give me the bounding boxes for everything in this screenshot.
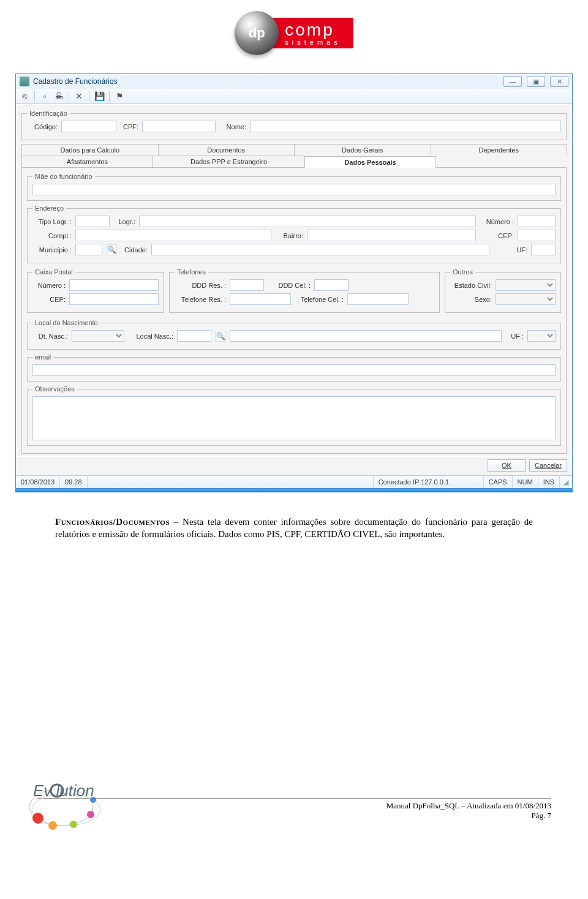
group-mae: Mãe do funcionário (27, 173, 561, 201)
input-codigo[interactable] (61, 121, 116, 132)
label-estado-civil: Estado Civil: (450, 282, 492, 289)
tab-spacer (435, 156, 567, 167)
status-connection: Conectado IP 127.0.0.1 (374, 476, 484, 488)
resize-grip-icon[interactable]: ◢ (560, 476, 572, 488)
save-icon[interactable]: 💾 (93, 90, 105, 102)
input-cpf[interactable] (142, 121, 216, 132)
group-telefones: Telefones DDD Res. : DDD Cel. : Telefone… (169, 268, 440, 313)
tabset: Dados para Cálculo Documentos Dados Gera… (21, 144, 567, 454)
legend-endereco: Endereço (32, 205, 66, 212)
select-dt-nasc[interactable] (72, 330, 124, 342)
tab-dados-gerais[interactable]: Dados Gerais (294, 144, 431, 156)
input-cep-end[interactable] (518, 230, 556, 241)
toolbar: ⎋ ▫ 🖶 ✕ 💾 ⚑ (16, 89, 572, 104)
input-compl[interactable] (75, 230, 271, 241)
label-compl: Compl.: (32, 232, 72, 239)
label-tel-res: Telefone Res. : (175, 296, 226, 303)
input-tipo-logr[interactable] (75, 216, 110, 227)
label-municipio: Município : (32, 246, 72, 254)
input-tel-res[interactable] (230, 293, 291, 305)
logo-plate: comp sistemas (269, 18, 353, 48)
logo-word: comp (285, 20, 341, 40)
footer-line1: Manual DpFolha_SQL – Atualizada em 01/08… (386, 801, 551, 811)
textarea-obs[interactable] (32, 396, 556, 440)
group-identificacao: Identificação Código: CPF: Nome: (21, 110, 567, 140)
tab-afastamentos[interactable]: Afastamentos (21, 156, 153, 167)
cancel-button[interactable]: Cancelar (529, 459, 567, 472)
print-icon[interactable]: 🖶 (53, 90, 65, 102)
legend-email: email (32, 353, 53, 361)
status-blank (88, 476, 374, 488)
legend-cxpostal: Caixa Postal (32, 268, 75, 276)
label-ddd-res: DDD Res. : (175, 282, 226, 289)
select-sexo[interactable] (496, 293, 556, 305)
window-title: Cadastro de Funcionários (33, 77, 117, 86)
tabs-row-2: Afastamentos Dados PPP e Estrangeiro Dad… (21, 156, 567, 167)
group-caixa-postal: Caixa Postal Número : CEP: (27, 268, 164, 313)
new-icon[interactable]: ▫ (39, 90, 51, 102)
body-paragraph: Funcionários/Documentos – Nesta tela dev… (55, 516, 533, 541)
select-uf-nasc[interactable] (527, 330, 556, 342)
status-num: NUM (513, 476, 538, 488)
input-local-nasc-cod[interactable] (177, 330, 211, 342)
input-local-nasc-desc[interactable] (230, 330, 502, 342)
tab-documentos[interactable]: Documentos (158, 144, 295, 156)
page-footer: Ev lution Manual DpFolha_SQL – Atualizad… (37, 798, 551, 821)
body-heading: Funcionários/Documentos (55, 517, 170, 527)
input-numero-end[interactable] (518, 216, 556, 227)
select-estado-civil[interactable] (496, 279, 556, 291)
group-outros: Outros Estado Civil: Sexo: (445, 268, 561, 313)
maximize-button[interactable]: ▣ (527, 76, 545, 87)
input-municipio[interactable] (75, 244, 102, 255)
label-sexo: Sexo: (450, 296, 492, 303)
input-ddd-res[interactable] (230, 279, 264, 291)
input-email[interactable] (32, 364, 556, 376)
legend-identificacao: Identificação (27, 110, 70, 117)
label-bairro: Bairro: (275, 232, 303, 239)
tab-body-pessoais: Mãe do funcionário Endereço Tipo Logr. :… (21, 167, 567, 454)
label-tel-cel: Telefone Cel. : (295, 296, 344, 303)
header-logo-band: dp comp sistemas (0, 0, 588, 73)
tab-dados-pessoais[interactable]: Dados Pessoais (304, 156, 436, 168)
legend-local-nasc: Local do Nascimento (32, 319, 100, 326)
label-cx-numero: Número : (32, 282, 66, 289)
close-button[interactable]: ✕ (550, 76, 568, 87)
lookup-local-nasc-icon[interactable]: 🔍 (215, 331, 226, 342)
label-codigo: Código: (27, 123, 58, 130)
input-nome[interactable] (250, 121, 561, 132)
svg-point-4 (70, 821, 77, 828)
minimize-button[interactable]: — (503, 76, 522, 87)
tab-ppp-estrangeiro[interactable]: Dados PPP e Estrangeiro (153, 156, 305, 167)
label-nome: Nome: (219, 123, 246, 130)
input-cidade[interactable] (151, 244, 489, 255)
ok-button[interactable]: OK (488, 459, 526, 472)
legend-mae: Mãe do funcionário (32, 173, 95, 180)
input-cx-numero[interactable] (69, 279, 159, 291)
lookup-municipio-icon[interactable]: 🔍 (106, 244, 117, 255)
tabs-row-1: Dados para Cálculo Documentos Dados Gera… (21, 144, 567, 156)
label-uf-nasc: UF : (505, 333, 524, 340)
label-cx-cep: CEP: (32, 296, 66, 303)
input-uf-end[interactable] (531, 244, 556, 255)
input-logr[interactable] (139, 216, 476, 227)
flag-icon[interactable]: ⚑ (113, 90, 126, 102)
input-ddd-cel[interactable] (314, 279, 349, 291)
input-tel-cel[interactable] (347, 293, 409, 305)
tab-calculo[interactable]: Dados para Cálculo (21, 144, 159, 156)
delete-icon[interactable]: ✕ (73, 90, 85, 102)
input-bairro[interactable] (307, 230, 476, 241)
group-endereco: Endereço Tipo Logr. : Logr.: Número : Co… (27, 205, 561, 263)
input-cx-cep[interactable] (69, 293, 159, 305)
label-local-nasc: Local Nasc.: (128, 333, 173, 340)
client-area: Identificação Código: CPF: Nome: Dados p… (16, 104, 572, 457)
label-cpf: CPF: (120, 123, 138, 130)
tab-dependentes[interactable]: Dependentes (431, 144, 568, 156)
status-time: 09.28 (60, 476, 88, 488)
input-mae[interactable] (32, 184, 556, 195)
legend-outros: Outros (450, 268, 475, 276)
label-cep: CEP: (480, 232, 514, 239)
exit-icon[interactable]: ⎋ (18, 90, 31, 102)
label-cidade: Cidade: (121, 246, 148, 254)
titlebar: Cadastro de Funcionários — ▣ ✕ (16, 74, 572, 89)
group-obs: Observações (27, 385, 561, 446)
